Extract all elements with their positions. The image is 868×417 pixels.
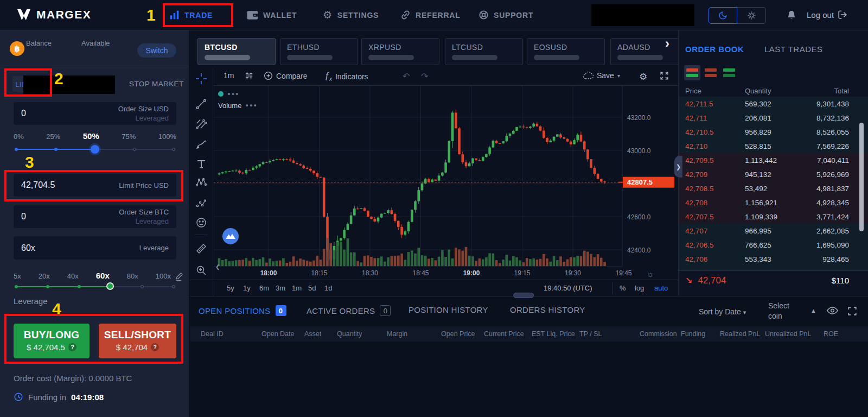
orderbook-row[interactable]: 42,706553,343928,465 [679, 252, 868, 266]
orderbook-row[interactable]: 42,707.51,109,3393,771,424 [679, 210, 868, 224]
axis-settings-icon[interactable]: ☼ [647, 269, 654, 279]
undo-button[interactable]: ↶ [403, 71, 410, 81]
percent-tick[interactable] [172, 148, 175, 151]
tab-orders-history[interactable]: ORDERS HISTORY [510, 305, 585, 314]
leverage-mark[interactable]: 80x [127, 272, 138, 280]
order-size-btc-field[interactable]: 0 Order Size BTC Leveraged [14, 205, 176, 228]
buy-long-button[interactable]: BUY/LONG $ 42,704.5? [14, 324, 90, 358]
percent-mark[interactable]: 25% [46, 132, 60, 141]
percent-mark[interactable]: 50% [83, 131, 99, 141]
panel-resize-handle[interactable] [513, 293, 534, 298]
timeframe-3m-button[interactable]: 3m [276, 284, 285, 292]
indicator-menu-dots[interactable]: ●●● [227, 91, 239, 97]
crosshair-tool[interactable] [195, 73, 207, 85]
market-tab-ethusd[interactable]: ETHUSD [280, 38, 358, 65]
timeframe-6m-button[interactable]: 6m [259, 284, 269, 292]
leverage-tick[interactable] [141, 285, 144, 288]
xabcd-pattern-tool[interactable] [195, 176, 207, 188]
nav-item-referral[interactable]: REFERRAL [400, 0, 461, 30]
timeframe-1d-button[interactable]: 1d [324, 284, 332, 292]
percent-mark[interactable]: 75% [122, 132, 136, 141]
trend-line-tool[interactable] [195, 98, 207, 110]
percent-mark[interactable]: 0% [14, 132, 24, 141]
market-tab-btcusd[interactable]: BTCUSD [197, 38, 276, 65]
orderbook-row[interactable]: 42,707966,9952,662,085 [679, 224, 868, 238]
timeframe-1m-button[interactable]: 1m [292, 284, 302, 292]
measure-ruler-tool[interactable] [195, 243, 207, 255]
limit-price-field[interactable]: 42,704.5 Limit Price USD [14, 174, 176, 197]
leverage-mark[interactable]: 60x [96, 271, 110, 280]
orderbook-row[interactable]: 42,709.51,113,4427,040,411 [679, 153, 868, 167]
leverage-mark[interactable]: 100x [156, 272, 171, 280]
orderbook-rows[interactable]: 42,711.5569,3029,301,43842,711206,0818,7… [679, 97, 868, 270]
nav-item-settings[interactable]: ⚙ SETTINGS [323, 0, 379, 30]
orderbook-row[interactable]: 42,711206,0818,732,136 [679, 111, 868, 125]
tab-active-orders[interactable]: ACTIVE ORDERS 0 [307, 305, 391, 316]
dark-mode-button[interactable] [709, 7, 737, 24]
order-size-usd-field[interactable]: 0 Order Size USD Leveraged [14, 102, 176, 125]
orderbook-row[interactable]: 42,708.553,4924,981,837 [679, 181, 868, 195]
leverage-tick[interactable] [46, 285, 49, 288]
depth-view-bids-button[interactable] [723, 68, 735, 77]
time-axis[interactable]: 18:0018:1518:3018:4519:0019:1519:3019:45 [214, 268, 676, 280]
timeframe-1y-button[interactable]: 1y [243, 284, 251, 292]
depth-view-both-button[interactable] [686, 68, 698, 77]
orderbook-row[interactable]: 42,711.5569,3029,301,438 [679, 97, 868, 111]
leverage-mark[interactable]: 5x [14, 272, 21, 280]
tab-open-positions[interactable]: OPEN POSITIONS 0 [199, 305, 286, 316]
orderbook-row[interactable]: 42,710528,8157,569,226 [679, 139, 868, 153]
percent-tick[interactable] [54, 148, 58, 151]
nav-item-wallet[interactable]: WALLET [247, 0, 297, 30]
brush-tool[interactable] [195, 138, 207, 150]
buy-help-icon[interactable]: ? [68, 343, 76, 351]
tab-stop-market[interactable]: STOP MARKET [129, 80, 184, 88]
compare-button[interactable]: Compare [264, 71, 308, 80]
market-tab-eosusd[interactable]: EOSUSD [527, 38, 605, 65]
market-tab-ltcusd[interactable]: LTCUSD [445, 38, 523, 65]
depth-view-asks-button[interactable] [705, 68, 717, 77]
light-mode-button[interactable] [737, 7, 766, 24]
redo-button[interactable]: ↷ [421, 71, 428, 81]
switch-button[interactable]: Switch [137, 43, 176, 58]
sell-help-icon[interactable]: ? [151, 343, 159, 351]
auto-scale-button[interactable]: auto [654, 284, 668, 292]
timeframe-5d-button[interactable]: 5d [308, 284, 316, 292]
candlestick-chart[interactable]: 43200.043000.042600.042400.042807.5 [214, 86, 676, 267]
zoom-in-tool[interactable] [195, 264, 207, 276]
logout-button[interactable]: Log out [807, 10, 847, 20]
leverage-field[interactable]: 60x Leverage [14, 236, 176, 260]
percent-mark[interactable]: 100% [158, 132, 176, 141]
leverage-tick[interactable] [172, 285, 175, 288]
percent-slider-handle[interactable] [91, 145, 99, 154]
orderbook-row[interactable]: 42,710.5956,8298,526,055 [679, 125, 868, 139]
fullscreen-button[interactable] [660, 71, 669, 80]
more-markets-chevron[interactable]: › [665, 36, 669, 51]
collapse-panel-triangle[interactable]: ▲ [810, 307, 816, 314]
emoji-tool[interactable] [195, 217, 207, 229]
orderbook-row[interactable]: 42,705.5364,450375,122 [679, 266, 868, 270]
tab-order-book[interactable]: ORDER BOOK [685, 45, 744, 54]
orderbook-row[interactable]: 42,709945,1325,926,969 [679, 167, 868, 181]
leverage-mark[interactable]: 20x [39, 272, 50, 280]
timeframe-5y-button[interactable]: 5y [227, 284, 234, 292]
chart-settings-button[interactable]: ⚙ [639, 71, 647, 83]
tab-last-trades[interactable]: LAST TRADES [764, 45, 822, 54]
indicators-button[interactable]: ƒx Indicators [324, 71, 368, 82]
sort-by-date-dropdown[interactable]: Sort by Date ▾ [699, 307, 746, 316]
save-layout-button[interactable]: Save ▾ [583, 71, 620, 80]
margex-logo[interactable]: MARGEX [16, 7, 91, 22]
leverage-mark[interactable]: 40x [67, 272, 79, 280]
leverage-slider[interactable] [16, 286, 174, 287]
leverage-slider-handle[interactable] [106, 282, 114, 290]
tab-position-history[interactable]: POSITION HISTORY [409, 305, 488, 314]
volume-menu-dots[interactable]: ●●● [246, 103, 258, 108]
select-coin-dropdown[interactable]: Select coin [768, 301, 796, 321]
orderbook-scrollbar[interactable] [859, 123, 864, 231]
orderbook-collapse-chevron[interactable]: ❯ [674, 156, 682, 178]
log-scale-button[interactable]: log [635, 284, 644, 292]
orderbook-row[interactable]: 42,7081,156,9214,928,345 [679, 195, 868, 210]
leverage-tick[interactable] [15, 285, 18, 288]
notifications-bell-button[interactable] [786, 9, 797, 21]
expand-panel-button[interactable] [847, 306, 857, 316]
nav-item-support[interactable]: SUPPORT [478, 0, 533, 30]
